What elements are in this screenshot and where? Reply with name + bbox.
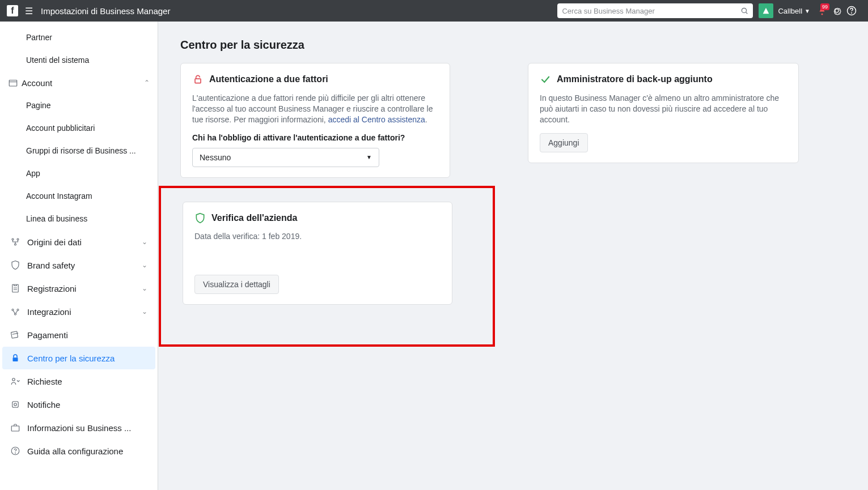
svg-point-3 <box>822 14 823 15</box>
header-title: Impostazioni di Business Manager <box>41 6 170 16</box>
sidebar-item-pagamenti[interactable]: Pagamenti <box>2 323 155 346</box>
svg-rect-6 <box>9 80 17 87</box>
brand-dropdown[interactable]: Callbell ▼ <box>778 7 810 15</box>
bell-icon <box>10 399 27 410</box>
data-sources-icon <box>10 237 27 247</box>
card-title: Verifica dell'azienda <box>211 213 297 223</box>
menu-icon[interactable]: ☰ <box>25 6 33 16</box>
help-circle-icon <box>10 446 27 456</box>
sidebar-item-notifiche[interactable]: Notifiche <box>2 393 155 416</box>
svg-point-12 <box>17 309 19 311</box>
sidebar-item-brand-safety[interactable]: Brand safety ⌄ <box>2 254 155 276</box>
caret-down-icon: ▼ <box>805 8 810 14</box>
caret-down-icon: ▼ <box>366 154 372 160</box>
chevron-up-icon: ⌃ <box>144 79 150 87</box>
svg-point-13 <box>15 313 16 315</box>
help-icon[interactable] <box>846 6 857 16</box>
svg-point-7 <box>12 238 14 240</box>
view-details-button[interactable]: Visualizza i dettagli <box>194 275 279 294</box>
requests-icon <box>10 376 27 386</box>
card-description: In questo Business Manager c'è almeno un… <box>540 93 787 125</box>
svg-rect-19 <box>11 426 19 431</box>
svg-rect-14 <box>11 331 18 338</box>
svg-point-16 <box>12 378 15 381</box>
sidebar-item-guida-config[interactable]: Guida alla configurazione <box>2 440 155 462</box>
svg-point-21 <box>15 453 16 453</box>
svg-point-9 <box>15 244 16 245</box>
svg-point-8 <box>17 238 19 240</box>
check-icon <box>540 74 551 85</box>
brand-name: Callbell <box>778 7 802 15</box>
search-icon[interactable] <box>740 7 748 15</box>
sidebar-item-registrazioni[interactable]: Registrazioni ⌄ <box>2 277 155 300</box>
highlight-annotation: Verifica dell'azienda Data della verific… <box>159 186 495 347</box>
svg-point-5 <box>852 12 852 13</box>
sidebar-item-integrazioni[interactable]: Integrazioni ⌄ <box>2 300 155 323</box>
svg-line-1 <box>746 12 748 14</box>
chevron-down-icon: ⌄ <box>142 238 147 246</box>
main-content: Centro per la sicurezza Autenticazione a… <box>158 22 868 490</box>
facebook-logo[interactable]: f <box>7 5 18 16</box>
card-backup-admin: Amministratore di back-up aggiunto In qu… <box>528 63 799 163</box>
sidebar-group-account[interactable]: Account ⌃ <box>0 71 158 94</box>
search-box[interactable] <box>557 3 753 18</box>
add-button[interactable]: Aggiungi <box>540 133 588 152</box>
account-icon <box>8 78 22 88</box>
chevron-down-icon: ⌄ <box>142 308 147 316</box>
svg-rect-17 <box>12 402 19 408</box>
sidebar-item-informazioni-business[interactable]: Informazioni su Business ... <box>2 416 155 439</box>
sidebar-item-gruppi-risorse[interactable]: Gruppi di risorse di Business ... <box>0 139 150 162</box>
gear-icon[interactable] <box>832 6 842 16</box>
svg-point-0 <box>742 8 747 12</box>
sidebar-item-richieste[interactable]: Richieste <box>2 370 155 393</box>
svg-marker-2 <box>763 8 769 14</box>
sidebar-item-partner[interactable]: Partner <box>0 26 150 49</box>
payments-icon <box>10 330 27 340</box>
two-factor-select[interactable]: Nessuno ▼ <box>192 148 379 167</box>
shield-icon <box>10 260 27 270</box>
sidebar-item-origini-dati[interactable]: Origini dei dati ⌄ <box>2 231 155 253</box>
lock-icon <box>10 353 27 363</box>
card-verify-business: Verifica dell'azienda Data della verific… <box>183 202 452 305</box>
sidebar: Partner Utenti del sistema Account ⌃ Pag… <box>0 22 158 490</box>
notification-badge: 99 <box>820 3 829 10</box>
sidebar-item-account-instagram[interactable]: Account Instagram <box>0 185 150 207</box>
card-description: L'autenticazione a due fattori rende più… <box>192 93 438 125</box>
verify-date: Data della verifica: 1 feb 2019. <box>194 232 441 241</box>
card-title: Autenticazione a due fattori <box>209 74 328 84</box>
search-input[interactable] <box>562 7 740 15</box>
svg-rect-22 <box>195 79 201 83</box>
card-title: Amministratore di back-up aggiunto <box>557 74 713 84</box>
sidebar-item-utenti-sistema[interactable]: Utenti del sistema <box>0 49 150 71</box>
svg-rect-15 <box>13 357 18 361</box>
chevron-down-icon: ⌄ <box>142 284 147 292</box>
notification-icon[interactable]: 99 <box>817 6 827 16</box>
briefcase-icon <box>10 423 27 433</box>
help-center-link[interactable]: accedi al Centro assistenza <box>328 115 425 124</box>
top-header: f ☰ Impostazioni di Business Manager Cal… <box>0 0 868 22</box>
sidebar-item-centro-sicurezza[interactable]: Centro per la sicurezza <box>2 347 155 369</box>
sidebar-item-pagine[interactable]: Pagine <box>0 94 150 117</box>
lock-open-icon <box>192 74 204 85</box>
page-title: Centro per la sicurezza <box>180 39 845 52</box>
shield-check-icon <box>194 212 206 224</box>
card-two-factor: Autenticazione a due fattori L'autentica… <box>180 63 450 178</box>
sidebar-item-app[interactable]: App <box>0 162 150 185</box>
svg-point-11 <box>12 309 14 311</box>
svg-point-18 <box>14 403 17 406</box>
brand-avatar <box>759 3 773 18</box>
registrations-icon <box>10 283 27 293</box>
card-question: Chi ha l'obbligo di attivare l'autentica… <box>192 133 438 142</box>
chevron-down-icon: ⌄ <box>142 261 147 269</box>
integrations-icon <box>10 306 27 317</box>
sidebar-item-linea-business[interactable]: Linea di business <box>0 207 150 230</box>
sidebar-item-account-pubblicitari[interactable]: Account pubblicitari <box>0 117 150 139</box>
select-value: Nessuno <box>200 153 366 162</box>
